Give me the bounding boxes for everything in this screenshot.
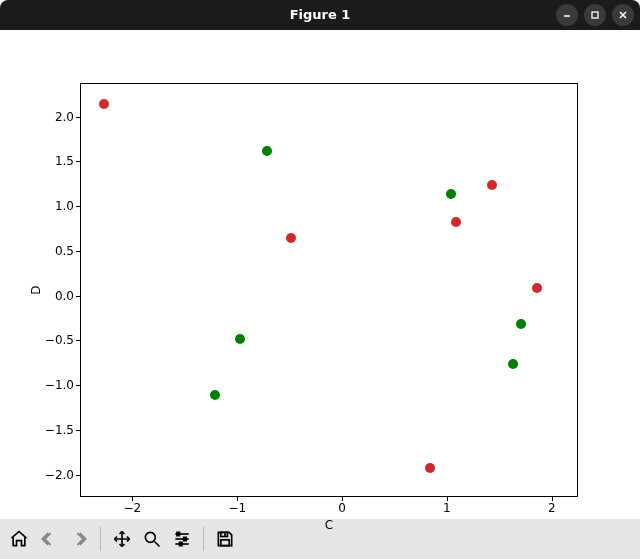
scatter-point xyxy=(262,146,272,156)
scatter-point xyxy=(235,334,245,344)
y-tick-mark xyxy=(76,430,80,431)
minimize-button[interactable] xyxy=(556,4,578,26)
y-tick-label: 1.0 xyxy=(34,199,74,213)
scatter-point xyxy=(487,180,497,190)
y-tick-mark xyxy=(76,340,80,341)
window-buttons xyxy=(556,4,634,26)
scatter-point xyxy=(425,463,435,473)
close-button[interactable] xyxy=(612,4,634,26)
scatter-point xyxy=(532,283,542,293)
forward-icon[interactable] xyxy=(66,525,92,553)
scatter-point xyxy=(99,99,109,109)
y-tick-label: −2.0 xyxy=(34,468,74,482)
svg-rect-10 xyxy=(184,537,187,540)
x-tick-label: 0 xyxy=(338,501,346,515)
x-tick-label: 1 xyxy=(443,501,451,515)
svg-rect-11 xyxy=(180,542,183,545)
scatter-point xyxy=(446,189,456,199)
y-tick-mark xyxy=(76,161,80,162)
y-tick-label: −1.0 xyxy=(34,378,74,392)
figure-canvas: C D −2−1012−2.0−1.5−1.0−0.50.00.51.01.52… xyxy=(0,30,640,519)
x-axis-label: C xyxy=(80,518,578,532)
scatter-point xyxy=(451,217,461,227)
svg-rect-13 xyxy=(221,540,229,546)
y-tick-mark xyxy=(76,296,80,297)
svg-rect-9 xyxy=(177,532,180,535)
svg-line-5 xyxy=(155,542,160,547)
y-tick-mark xyxy=(76,206,80,207)
plot-area[interactable] xyxy=(80,83,578,497)
back-icon[interactable] xyxy=(36,525,62,553)
y-tick-mark xyxy=(76,117,80,118)
svg-rect-1 xyxy=(592,12,598,18)
y-tick-mark xyxy=(76,385,80,386)
scatter-point xyxy=(286,233,296,243)
x-tick-label: −1 xyxy=(228,501,246,515)
y-tick-label: −0.5 xyxy=(34,333,74,347)
x-tick-label: 2 xyxy=(548,501,556,515)
scatter-point xyxy=(508,359,518,369)
svg-point-4 xyxy=(145,532,155,542)
y-tick-label: 0.5 xyxy=(34,244,74,258)
maximize-button[interactable] xyxy=(584,4,606,26)
y-tick-mark xyxy=(76,475,80,476)
window-title: Figure 1 xyxy=(0,0,640,30)
window-titlebar: Figure 1 xyxy=(0,0,640,30)
scatter-point xyxy=(210,390,220,400)
y-tick-label: −1.5 xyxy=(34,423,74,437)
y-tick-label: 0.0 xyxy=(34,289,74,303)
y-tick-label: 1.5 xyxy=(34,154,74,168)
svg-rect-12 xyxy=(221,532,228,536)
home-icon[interactable] xyxy=(6,525,32,553)
y-tick-mark xyxy=(76,251,80,252)
scatter-point xyxy=(516,319,526,329)
y-tick-label: 2.0 xyxy=(34,110,74,124)
x-tick-label: −2 xyxy=(124,501,142,515)
